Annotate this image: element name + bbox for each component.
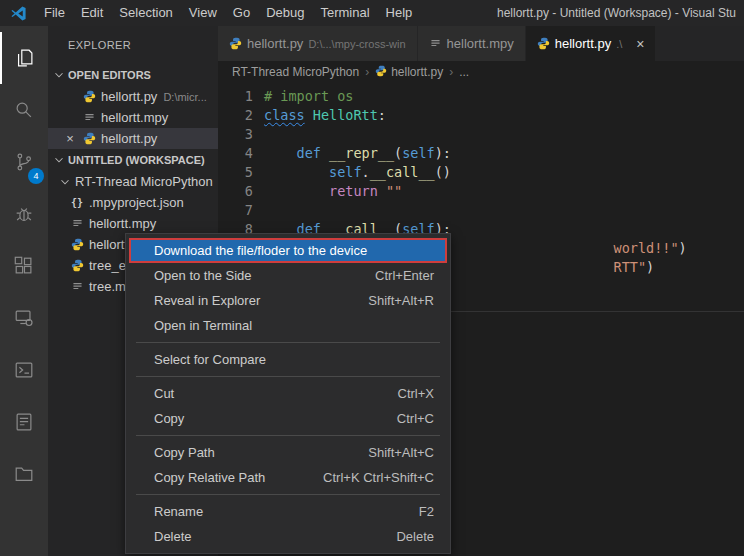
section-open-editors[interactable]: OPEN EDITORS — [48, 64, 218, 86]
code-line: 1# import os — [218, 87, 744, 106]
sidebar-title: EXPLORER — [48, 26, 218, 64]
menu-item-copy[interactable]: CopyCtrl+C — [129, 406, 447, 431]
activity-source-control-button[interactable]: 4 — [0, 136, 48, 188]
line-number: 2 — [218, 106, 253, 125]
code-token: world!!" — [614, 240, 679, 256]
vscode-logo-icon — [10, 5, 27, 22]
source-control-badge: 4 — [28, 168, 44, 184]
code-token: : — [378, 107, 386, 123]
activity-device-button[interactable] — [0, 292, 48, 344]
file-name: hellortt.py — [101, 89, 157, 104]
menu-item-label: Reveal in Explorer — [154, 293, 344, 308]
menu-item-open-in-terminal[interactable]: Open in Terminal — [129, 313, 447, 338]
menu-view[interactable]: View — [181, 0, 225, 26]
activity-terminal-button[interactable] — [0, 344, 48, 396]
line-number: 7 — [218, 201, 253, 220]
file-tree-item[interactable]: {}.mpyproject.json — [48, 192, 218, 213]
window-title: hellortt.py - Untitled (Workspace) - Vis… — [497, 0, 736, 26]
line-number: 6 — [218, 182, 253, 201]
activity-output-button[interactable] — [0, 396, 48, 448]
tab-hellortt-mpy[interactable]: hellortt.mpy — [418, 26, 526, 61]
folder-rt-thread-micropython[interactable]: RT-Thread MicroPython — [48, 171, 218, 192]
code-text[interactable]: self.__call__() — [253, 163, 451, 182]
python-file-icon — [375, 65, 387, 80]
menu-go[interactable]: Go — [225, 0, 258, 26]
menu-item-open-to-the-side[interactable]: Open to the SideCtrl+Enter — [129, 263, 447, 288]
breadcrumb-file[interactable]: hellortt.py — [375, 65, 443, 80]
tab-hellortt-py-active[interactable]: hellortt.py .\ × — [526, 26, 657, 61]
breadcrumb: RT-Thread MicroPython › hellortt.py › ..… — [218, 61, 744, 83]
json-file-icon: {} — [70, 197, 84, 208]
code-text[interactable]: return "" — [253, 182, 402, 201]
open-editor-item-active[interactable]: × hellortt.py — [48, 128, 218, 149]
code-text[interactable]: def __repr__(self): — [253, 144, 451, 163]
breadcrumb-folder[interactable]: RT-Thread MicroPython — [232, 65, 359, 79]
code-text[interactable] — [253, 201, 264, 220]
open-editor-item[interactable]: hellortt.py D:\micr... — [48, 86, 218, 107]
close-tab-icon[interactable]: × — [636, 36, 644, 52]
menu-item-label: Cut — [154, 386, 374, 401]
file-name: hellortt.py — [101, 131, 157, 146]
code-token: self — [329, 164, 362, 180]
extensions-icon — [13, 255, 35, 277]
chevron-right-icon: › — [365, 65, 369, 79]
output-log-icon — [13, 411, 35, 433]
terminal-icon — [13, 359, 35, 381]
tab-label: hellortt.mpy — [447, 36, 514, 51]
activity-bar: 4 — [0, 26, 48, 556]
code-text[interactable]: class HelloRtt: — [253, 106, 386, 125]
menu-item-shortcut: Delete — [396, 529, 434, 544]
menu-separator — [136, 376, 440, 377]
tab-hellortt-py-cross[interactable]: hellortt.py D:\...\mpy-cross-win — [218, 26, 418, 61]
activity-debug-button[interactable] — [0, 188, 48, 240]
menu-edit[interactable]: Edit — [73, 0, 111, 26]
file-tree-item[interactable]: hellortt.mpy — [48, 213, 218, 234]
menu-item-label: Delete — [154, 529, 372, 544]
menu-separator — [136, 342, 440, 343]
chevron-right-icon: › — [449, 65, 453, 79]
line-number: 5 — [218, 163, 253, 182]
activity-extensions-button[interactable] — [0, 240, 48, 292]
folder-icon — [13, 463, 35, 485]
code-token — [264, 164, 329, 180]
close-editor-icon[interactable]: × — [62, 131, 78, 146]
menu-item-download-the-file-floder-to-the-device[interactable]: Download the file/floder to the device — [129, 238, 447, 263]
menu-item-label: Open to the Side — [154, 268, 351, 283]
python-file-icon — [70, 259, 84, 272]
code-token-warning: class — [264, 107, 305, 123]
code-token: "" — [386, 183, 402, 199]
file-name: hellortt.mpy — [101, 110, 168, 125]
vscode-window: File Edit Selection View Go Debug Termin… — [0, 0, 744, 556]
python-file-icon — [229, 37, 242, 50]
breadcrumb-symbol[interactable]: ... — [459, 65, 469, 79]
menu-item-copy-path[interactable]: Copy PathShift+Alt+C — [129, 440, 447, 465]
tab-detail: .\ — [616, 38, 622, 50]
activity-explorer-button[interactable] — [0, 32, 48, 84]
code-token: ) — [646, 259, 654, 275]
menu-file[interactable]: File — [36, 0, 73, 26]
menu-item-reveal-in-explorer[interactable]: Reveal in ExplorerShift+Alt+R — [129, 288, 447, 313]
tab-label: hellortt.py — [247, 36, 303, 51]
code-text[interactable] — [253, 125, 264, 144]
menu-item-shortcut: Shift+Alt+R — [368, 293, 434, 308]
python-file-icon — [82, 132, 96, 145]
menu-item-cut[interactable]: CutCtrl+X — [129, 381, 447, 406]
activity-search-button[interactable] — [0, 84, 48, 136]
menu-item-copy-relative-path[interactable]: Copy Relative PathCtrl+K Ctrl+Shift+C — [129, 465, 447, 490]
menu-item-select-for-compare[interactable]: Select for Compare — [129, 347, 447, 372]
code-token — [264, 145, 297, 161]
menu-item-shortcut: Ctrl+X — [398, 386, 434, 401]
activity-folder-button[interactable] — [0, 448, 48, 500]
menu-item-delete[interactable]: DeleteDelete — [129, 524, 447, 549]
menu-help[interactable]: Help — [378, 0, 421, 26]
section-workspace[interactable]: UNTITLED (WORKSPACE) — [48, 149, 218, 171]
menu-debug[interactable]: Debug — [258, 0, 312, 26]
menu-item-rename[interactable]: RenameF2 — [129, 499, 447, 524]
menu-terminal[interactable]: Terminal — [312, 0, 377, 26]
line-number: 1 — [218, 87, 253, 106]
code-line: 7 — [218, 201, 744, 220]
code-line: 3 — [218, 125, 744, 144]
menu-selection[interactable]: Selection — [111, 0, 180, 26]
code-text[interactable]: # import os — [253, 87, 353, 106]
open-editor-item[interactable]: hellortt.mpy — [48, 107, 218, 128]
